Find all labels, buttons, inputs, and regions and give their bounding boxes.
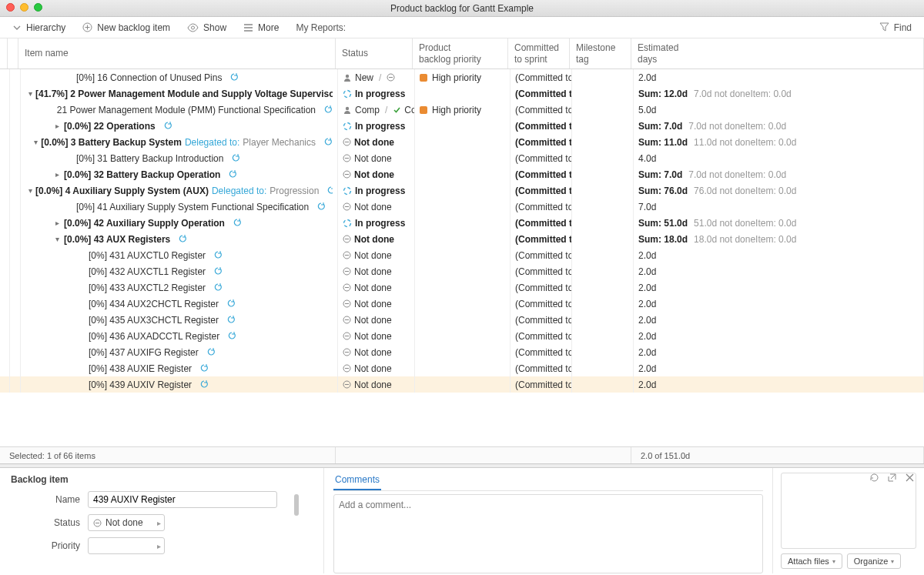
status-cell[interactable]: Not done: [338, 279, 415, 296]
status-cell[interactable]: Comp/Comp: [338, 102, 415, 118]
estimated-cell[interactable]: 2.0d: [634, 360, 924, 376]
table-row[interactable]: 21 Power Management Module (PMM) Functio…: [0, 102, 924, 118]
priority-cell[interactable]: [415, 231, 511, 247]
table-row[interactable]: [0%] 436 AUXADCCTL RegisterNot done(Comm…: [0, 328, 924, 344]
priority-cell[interactable]: [415, 247, 511, 263]
header-item-name[interactable]: Item name: [18, 38, 336, 69]
milestone-cell[interactable]: [572, 263, 634, 279]
committed-cell[interactable]: (Committed to pla: [511, 263, 572, 279]
priority-cell[interactable]: [415, 344, 511, 360]
status-cell[interactable]: In progress: [338, 215, 415, 231]
estimated-cell[interactable]: Sum: 18.0d18.0d not doneItem: 0.0d: [634, 231, 924, 247]
committed-cell[interactable]: (Committed to pla: [511, 182, 572, 199]
table-row[interactable]: [0%] 16 Connection of Unused PinsNew/Hig…: [0, 69, 924, 85]
committed-cell[interactable]: (Committed to pla: [511, 231, 572, 247]
expand-toggle[interactable]: ▾: [28, 186, 32, 195]
table-row[interactable]: [0%] 438 AUXIE RegisterNot done(Committe…: [0, 360, 924, 376]
priority-cell[interactable]: [415, 312, 511, 328]
status-cell[interactable]: Not done: [338, 360, 415, 376]
estimated-cell[interactable]: 4.0d: [634, 150, 924, 166]
priority-cell[interactable]: [415, 150, 511, 166]
priority-cell[interactable]: [415, 85, 511, 102]
milestone-cell[interactable]: [572, 231, 634, 247]
header-estimated[interactable]: Estimateddays: [631, 38, 924, 69]
milestone-cell[interactable]: [572, 296, 634, 312]
estimated-cell[interactable]: Sum: 76.0d76.0d not doneItem: 0.0d: [634, 182, 924, 199]
table-row[interactable]: ▾[41.7%] 2 Power Management Module and S…: [0, 85, 924, 102]
backlog-grid[interactable]: [0%] 16 Connection of Unused PinsNew/Hig…: [0, 69, 924, 446]
priority-cell[interactable]: [415, 376, 511, 393]
milestone-cell[interactable]: [572, 182, 634, 199]
expand-toggle[interactable]: ▸: [53, 170, 61, 179]
status-cell[interactable]: Not done: [338, 231, 415, 247]
hierarchy-button[interactable]: Hierarchy: [8, 20, 70, 35]
expand-toggle[interactable]: ▸: [53, 219, 61, 227]
table-row[interactable]: [0%] 31 Battery Backup IntroductionNot d…: [0, 150, 924, 166]
zoom-window-button[interactable]: [34, 3, 42, 12]
estimated-cell[interactable]: Sum: 51.0d51.0d not doneItem: 0.0d: [634, 215, 924, 231]
close-icon[interactable]: [905, 473, 915, 483]
comment-input[interactable]: [333, 494, 763, 573]
table-row[interactable]: ▾[0.0%] 3 Battery Backup System Delegate…: [0, 134, 924, 150]
priority-cell[interactable]: [415, 279, 511, 296]
priority-cell[interactable]: High priority: [415, 69, 511, 85]
estimated-cell[interactable]: Sum: 11.0d11.0d not doneItem: 0.0d: [634, 134, 924, 150]
estimated-cell[interactable]: 2.0d: [634, 296, 924, 312]
milestone-cell[interactable]: [572, 134, 634, 150]
table-row[interactable]: [0%] 437 AUXIFG RegisterNot done(Committ…: [0, 344, 924, 360]
show-button[interactable]: Show: [182, 20, 231, 35]
table-row[interactable]: ▾[0.0%] 43 AUX RegistersNot done(Committ…: [0, 231, 924, 247]
table-row[interactable]: [0%] 431 AUXCTL0 RegisterNot done(Commit…: [0, 247, 924, 263]
committed-cell[interactable]: (Committed to pla: [511, 328, 572, 344]
committed-cell[interactable]: (Committed to pla: [511, 199, 572, 215]
header-priority[interactable]: Productbacklog priority: [413, 38, 508, 69]
status-cell[interactable]: Not done: [338, 247, 415, 263]
table-row[interactable]: ▸[0.0%] 42 Auxiliary Supply OperationIn …: [0, 215, 924, 231]
table-row[interactable]: [0%] 439 AUXIV RegisterNot done(Committe…: [0, 376, 924, 393]
status-cell[interactable]: Not done: [338, 376, 415, 393]
milestone-cell[interactable]: [572, 118, 634, 134]
table-row[interactable]: [0%] 432 AUXCTL1 RegisterNot done(Commit…: [0, 263, 924, 279]
status-cell[interactable]: Not done: [338, 150, 415, 166]
committed-cell[interactable]: (Committed to pla: [511, 279, 572, 296]
milestone-cell[interactable]: [572, 215, 634, 231]
attach-files-button[interactable]: Attach files▾: [781, 553, 842, 569]
table-row[interactable]: ▸[0.0%] 22 OperationsIn progress(Committ…: [0, 118, 924, 134]
attachments-dropzone[interactable]: [781, 473, 916, 549]
committed-cell[interactable]: (Committed to pla: [511, 69, 572, 85]
committed-cell[interactable]: (Committed to pla: [511, 85, 572, 102]
expand-toggle[interactable]: ▾: [34, 138, 38, 146]
milestone-cell[interactable]: [572, 102, 634, 118]
estimated-cell[interactable]: Sum: 7.0d7.0d not doneItem: 0.0d: [634, 166, 924, 182]
committed-cell[interactable]: (Committed to pla: [511, 247, 572, 263]
estimated-cell[interactable]: 7.0d: [634, 199, 924, 215]
priority-cell[interactable]: [415, 118, 511, 134]
committed-cell[interactable]: (Committed to pla: [511, 215, 572, 231]
priority-cell[interactable]: [415, 166, 511, 182]
organize-button[interactable]: Organize▾: [847, 553, 902, 569]
status-cell[interactable]: Not done: [338, 166, 415, 182]
form-scrollbar[interactable]: [294, 494, 299, 516]
priority-cell[interactable]: High priority: [415, 102, 511, 118]
find-button[interactable]: Find: [875, 20, 916, 35]
estimated-cell[interactable]: 2.0d: [634, 312, 924, 328]
new-backlog-item-button[interactable]: New backlog item: [78, 20, 175, 35]
table-row[interactable]: [0%] 434 AUX2CHCTL RegisterNot done(Comm…: [0, 296, 924, 312]
expand-toggle[interactable]: ▾: [28, 89, 32, 98]
status-cell[interactable]: In progress: [338, 182, 415, 199]
priority-cell[interactable]: [415, 134, 511, 150]
refresh-icon[interactable]: [869, 473, 879, 483]
milestone-cell[interactable]: [572, 150, 634, 166]
table-row[interactable]: [0%] 41 Auxiliary Supply System Function…: [0, 199, 924, 215]
priority-cell[interactable]: [415, 263, 511, 279]
estimated-cell[interactable]: 2.0d: [634, 69, 924, 85]
status-cell[interactable]: Not done: [338, 296, 415, 312]
milestone-cell[interactable]: [572, 199, 634, 215]
name-input[interactable]: [88, 491, 277, 508]
milestone-cell[interactable]: [572, 376, 634, 393]
status-cell[interactable]: Not done: [338, 312, 415, 328]
milestone-cell[interactable]: [572, 360, 634, 376]
committed-cell[interactable]: (Committed to pla: [511, 166, 572, 182]
milestone-cell[interactable]: [572, 166, 634, 182]
priority-cell[interactable]: [415, 215, 511, 231]
